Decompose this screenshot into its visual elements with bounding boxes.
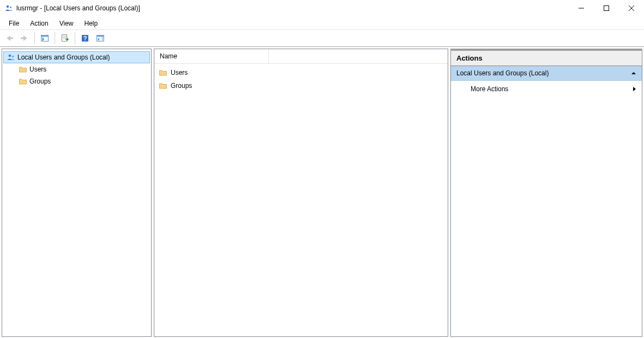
svg-point-1 — [10, 6, 12, 8]
list-body[interactable]: Users Groups — [154, 64, 448, 336]
show-hide-action-pane-button[interactable] — [93, 32, 107, 45]
actions-group-label: Local Users and Groups (Local) — [456, 69, 549, 77]
menubar: File Action View Help — [0, 16, 644, 29]
folder-icon — [159, 68, 167, 77]
tree-root-label: Local Users and Groups (Local) — [17, 54, 110, 61]
folder-icon — [159, 81, 167, 90]
tree-node-label: Groups — [29, 78, 51, 85]
list-header: Name — [154, 49, 448, 64]
svg-rect-19 — [102, 37, 104, 41]
menu-action[interactable]: Action — [26, 19, 52, 28]
forward-button[interactable] — [17, 32, 32, 45]
app-icon — [4, 4, 13, 13]
svg-rect-3 — [604, 5, 609, 10]
close-button[interactable] — [619, 0, 644, 16]
window-title: lusrmgr - [Local Users and Groups (Local… — [16, 4, 140, 12]
minimize-button[interactable] — [569, 0, 594, 16]
column-header-blank[interactable] — [269, 49, 448, 63]
actions-more-label: More Actions — [471, 85, 508, 93]
titlebar: lusrmgr - [Local Users and Groups (Local… — [0, 0, 644, 16]
back-button[interactable] — [2, 32, 16, 45]
actions-pane: Actions Local Users and Groups (Local) M… — [450, 49, 642, 337]
svg-point-0 — [7, 5, 9, 7]
collapse-icon — [631, 70, 636, 76]
tree-node-groups[interactable]: Groups — [15, 75, 150, 87]
svg-rect-7 — [21, 38, 24, 39]
tree-pane[interactable]: Local Users and Groups (Local) Users Gro… — [2, 49, 152, 337]
tree-node-label: Users — [29, 66, 46, 73]
users-groups-icon — [7, 53, 15, 62]
toolbar-separator — [75, 32, 75, 44]
list-row-users[interactable]: Users — [154, 66, 448, 79]
folder-icon — [19, 65, 27, 74]
toolbar-separator — [34, 32, 35, 44]
svg-rect-6 — [10, 38, 13, 39]
folder-icon — [19, 77, 27, 86]
svg-rect-9 — [41, 35, 49, 37]
menu-help[interactable]: Help — [80, 19, 103, 28]
actions-title: Actions — [450, 51, 642, 66]
tree-root-node[interactable]: Local Users and Groups (Local) — [3, 51, 150, 63]
show-hide-tree-button[interactable] — [38, 32, 52, 45]
svg-text:?: ? — [83, 35, 87, 41]
svg-point-20 — [9, 55, 11, 57]
center-pane: Name Users Groups — [154, 49, 448, 337]
list-row-groups[interactable]: Groups — [154, 79, 448, 92]
submenu-arrow-icon — [632, 86, 636, 92]
list-cell-name: Groups — [171, 82, 192, 90]
menu-file[interactable]: File — [4, 19, 23, 28]
help-button[interactable]: ? — [78, 32, 92, 45]
actions-group-header[interactable]: Local Users and Groups (Local) — [451, 66, 642, 81]
tree-node-users[interactable]: Users — [15, 63, 150, 75]
window-controls — [569, 0, 644, 16]
export-list-button[interactable] — [58, 32, 72, 45]
actions-body: Local Users and Groups (Local) More Acti… — [450, 66, 642, 337]
list-cell-name: Users — [171, 69, 188, 76]
svg-point-21 — [12, 56, 14, 58]
actions-more-actions[interactable]: More Actions — [451, 81, 642, 97]
column-header-name[interactable]: Name — [154, 49, 269, 63]
maximize-button[interactable] — [594, 0, 619, 16]
content-area: Local Users and Groups (Local) Users Gro… — [0, 47, 644, 338]
toolbar-separator — [55, 32, 55, 44]
menu-view[interactable]: View — [55, 19, 78, 28]
svg-rect-18 — [97, 35, 104, 37]
toolbar: ? — [0, 29, 644, 47]
